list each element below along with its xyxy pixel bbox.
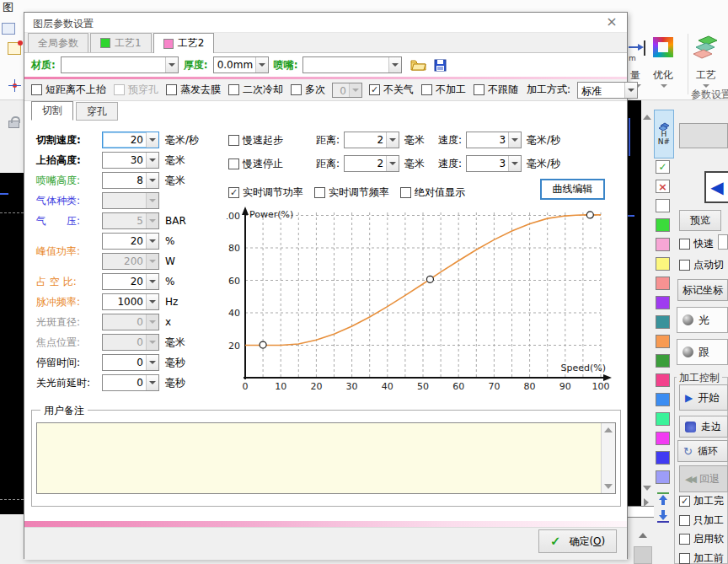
- slow-checkbox[interactable]: 慢速起步: [228, 133, 309, 148]
- layer-color-swatch[interactable]: [656, 335, 670, 348]
- realtime-checkbox[interactable]: 绝对值显示: [400, 185, 465, 200]
- power-speed-chart[interactable]: 010203040506070809010020406080100Power(%…: [227, 206, 624, 393]
- fast-value-field[interactable]: [718, 234, 728, 250]
- chevron-down-icon[interactable]: [146, 274, 158, 289]
- save-icon[interactable]: [434, 59, 447, 72]
- layer-color-swatch[interactable]: [656, 199, 670, 212]
- layer-color-swatch[interactable]: [656, 412, 670, 426]
- layer-disabled-swatch[interactable]: ×: [656, 180, 670, 193]
- nozzle-combo[interactable]: [302, 56, 402, 73]
- craft-layers-icon[interactable]: [690, 34, 720, 61]
- option-checkbox[interactable]: 不加工: [421, 83, 466, 97]
- param-combo[interactable]: 8: [102, 172, 159, 189]
- follow-button[interactable]: 跟: [677, 339, 728, 365]
- layer-color-swatch[interactable]: [656, 238, 670, 251]
- optimize-icon[interactable]: [653, 37, 673, 57]
- layer-color-swatch[interactable]: [656, 277, 670, 290]
- process-mode-combo[interactable]: 标准: [577, 82, 638, 99]
- chevron-down-icon[interactable]: [388, 57, 401, 73]
- drawing-canvas-right[interactable]: [628, 100, 641, 506]
- param-combo[interactable]: 1000: [102, 293, 159, 310]
- layer-color-swatch[interactable]: [656, 218, 670, 232]
- layer-color-swatch[interactable]: [656, 373, 670, 387]
- process-option-checkbox[interactable]: 加工前: [679, 551, 724, 564]
- param-combo[interactable]: 20: [102, 233, 159, 250]
- craft-label[interactable]: 工艺: [696, 68, 716, 83]
- back-arrow-button[interactable]: ◀: [704, 171, 728, 203]
- chevron-down-icon[interactable]: [386, 156, 399, 171]
- chevron-down-icon[interactable]: [386, 132, 399, 148]
- layer-tool-header[interactable]: H N#: [654, 110, 674, 158]
- move-layer-down-icon[interactable]: [656, 509, 671, 524]
- loop-button[interactable]: ↻循环: [677, 440, 728, 462]
- ribbon-tab-partial[interactable]: 图: [3, 0, 13, 15]
- chevron-down-icon[interactable]: [165, 57, 178, 73]
- measure-icon[interactable]: m: [627, 39, 647, 62]
- process-tab-1[interactable]: 切割: [31, 101, 73, 121]
- layer-tab-1[interactable]: 全局参数: [28, 33, 88, 52]
- layer-visible-swatch[interactable]: ✓: [656, 160, 670, 174]
- chevron-down-icon[interactable]: [508, 132, 521, 148]
- speed-combo[interactable]: 3: [466, 132, 522, 148]
- jog-checkbox[interactable]: 点动切: [679, 258, 724, 272]
- layerbar-scroll-up-icon[interactable]: [643, 115, 651, 120]
- document-icon[interactable]: [2, 23, 15, 35]
- layer-tab-2[interactable]: 工艺1: [90, 33, 152, 52]
- layer-color-swatch[interactable]: [656, 470, 670, 484]
- lock-icon[interactable]: [8, 121, 19, 128]
- speed-combo[interactable]: 3: [466, 155, 522, 172]
- new-shape-icon[interactable]: [8, 42, 21, 55]
- dialog-titlebar[interactable]: 图层参数设置 ×: [24, 13, 627, 33]
- chevron-down-icon[interactable]: [146, 294, 158, 309]
- chevron-down-icon[interactable]: [146, 355, 158, 370]
- layerbar-expand-icon[interactable]: [644, 498, 649, 507]
- crosshair-icon[interactable]: [8, 79, 21, 92]
- user-note-textarea[interactable]: [36, 422, 616, 494]
- thickness-combo[interactable]: 0.0mm: [213, 56, 269, 73]
- option-checkbox[interactable]: 不跟随: [474, 83, 518, 97]
- distance-combo[interactable]: 2: [344, 132, 399, 148]
- param-combo[interactable]: 20: [102, 273, 159, 290]
- slow-checkbox[interactable]: 慢速停止: [228, 157, 309, 171]
- measure-label[interactable]: 量: [630, 68, 640, 83]
- curve-edit-button[interactable]: 曲线编辑: [540, 179, 605, 200]
- layer-color-swatch[interactable]: [656, 257, 670, 271]
- start-button[interactable]: ▶开始: [679, 384, 728, 411]
- optimize-label[interactable]: 优化: [653, 68, 673, 83]
- process-option-checkbox[interactable]: 启用软: [679, 532, 724, 546]
- chevron-down-icon[interactable]: [146, 153, 158, 168]
- option-checkbox[interactable]: 二次冷却: [228, 83, 283, 97]
- option-checkbox[interactable]: ✓不关气: [369, 83, 414, 97]
- option-checkbox[interactable]: 多次: [291, 83, 325, 97]
- ok-button[interactable]: ✓ 确定(O): [538, 529, 617, 553]
- light-gate-button[interactable]: 光: [677, 307, 728, 333]
- param-combo[interactable]: 30: [102, 152, 159, 169]
- scroll-up-icon[interactable]: [604, 427, 613, 432]
- close-icon[interactable]: ×: [603, 14, 620, 30]
- chevron-down-icon[interactable]: [146, 234, 158, 249]
- process-option-checkbox[interactable]: 只加工: [679, 513, 724, 528]
- move-layer-up-icon[interactable]: [656, 491, 671, 506]
- note-scrollbar[interactable]: [601, 423, 615, 493]
- param-combo[interactable]: 20: [102, 132, 159, 148]
- scroll-down-icon[interactable]: [604, 484, 613, 489]
- drawing-canvas-left[interactable]: [0, 173, 24, 514]
- layerbar-scroll-down-icon[interactable]: [643, 486, 651, 491]
- realtime-checkbox[interactable]: ✓实时调节功率: [228, 185, 303, 200]
- chevron-down-icon[interactable]: [146, 375, 158, 390]
- vertical-scrollbar-thumb[interactable]: [634, 546, 652, 564]
- mark-coord-button[interactable]: 标记坐标: [677, 279, 728, 301]
- optimize-caret-icon[interactable]: [661, 84, 667, 88]
- distance-combo[interactable]: 2: [344, 155, 399, 172]
- realtime-checkbox[interactable]: 实时调节频率: [314, 185, 389, 200]
- layer-color-swatch[interactable]: [656, 296, 670, 309]
- layer-color-swatch[interactable]: [656, 451, 670, 465]
- open-folder-icon[interactable]: [410, 58, 426, 72]
- param-combo[interactable]: 0: [102, 374, 159, 391]
- layer-color-swatch[interactable]: [656, 432, 670, 445]
- option-checkbox[interactable]: 短距离不上抬: [31, 83, 106, 97]
- process-option-checkbox[interactable]: ✓加工完: [679, 494, 724, 508]
- layer-color-swatch[interactable]: [656, 393, 670, 406]
- layer-color-swatch[interactable]: [656, 315, 670, 329]
- preview-button[interactable]: 预览: [679, 210, 721, 231]
